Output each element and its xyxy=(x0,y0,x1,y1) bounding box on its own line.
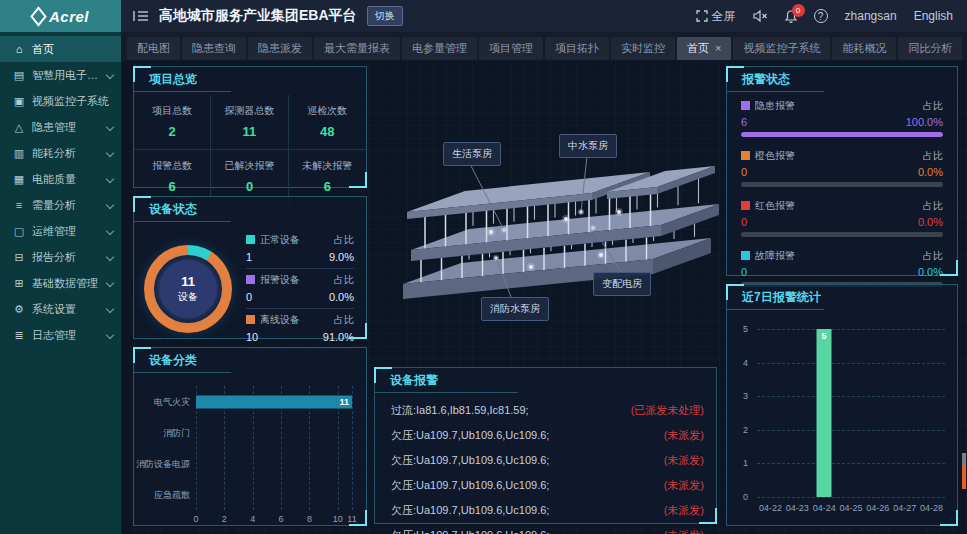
sidebar-item-label: 智慧用电子系统 xyxy=(32,68,103,83)
alarm-type-label: 红色报警 xyxy=(741,199,795,213)
alarm-type-label: 橙色报警 xyxy=(741,149,795,163)
panel-title: 设备状态 xyxy=(134,197,366,221)
alarm-type-ratio: 0.0% xyxy=(918,166,943,178)
sidebar-item-2[interactable]: ▣视频监控子系统 xyxy=(0,88,121,114)
room-label-fire-water-pump[interactable]: 消防水泵房 xyxy=(481,297,549,321)
x-tick: 04-28 xyxy=(920,503,943,513)
mute-button[interactable] xyxy=(753,10,768,22)
sidebar-item-6[interactable]: ≡需量分析 xyxy=(0,192,121,218)
device-alarm-list: 过流:Ia81.6,Ib81.59,Ic81.59;(已派发未处理)欠压:Ua1… xyxy=(375,392,716,534)
legend-count: 1 xyxy=(246,251,252,263)
room-label-reclaimed-water-pump[interactable]: 中水泵房 xyxy=(559,134,617,158)
tab-7[interactable]: 实时监控 xyxy=(611,37,675,60)
bar-slot-3 xyxy=(838,329,865,497)
x-tick: 04-26 xyxy=(866,503,889,513)
settings-icon: ⚙ xyxy=(12,303,26,316)
sidebar-item-0[interactable]: ⌂首页 xyxy=(0,36,121,62)
chevron-down-icon xyxy=(106,149,114,157)
sidebar-item-label: 基础数据管理 xyxy=(32,276,103,291)
progress-track xyxy=(741,232,943,237)
gridline xyxy=(352,386,353,510)
scrollbar-thumb[interactable] xyxy=(962,466,966,489)
tab-10[interactable]: 能耗概况 xyxy=(832,37,896,60)
legend-ratio: 9.0% xyxy=(329,251,354,263)
alarm-row-1[interactable]: 欠压:Ua109.7,Ub109.6,Uc109.6;(未派发) xyxy=(375,423,716,448)
tab-9[interactable]: 视频监控子系统 xyxy=(733,37,830,60)
alarm-status: (已派发未处理) xyxy=(631,403,704,418)
legend-swatch xyxy=(246,235,255,244)
tab-1[interactable]: 隐患查询 xyxy=(182,37,246,60)
page-scrollbar[interactable] xyxy=(962,453,966,489)
legend-label: 报警设备 xyxy=(246,273,300,287)
alarm-text: 欠压:Ua109.7,Ub109.6,Uc109.6; xyxy=(391,503,549,518)
ratio-label: 占比 xyxy=(923,199,943,213)
tab-label: 实时监控 xyxy=(621,42,665,54)
sidebar-item-4[interactable]: ▥能耗分析 xyxy=(0,140,121,166)
ratio-label: 占比 xyxy=(334,273,354,287)
y-tick: 0 xyxy=(743,492,748,502)
alarm-row-5[interactable]: 欠压:Ua109.7,Ub109.6,Uc109.6;(未派发) xyxy=(375,523,716,534)
alarm-status: (未派发) xyxy=(664,428,704,443)
help-button[interactable]: ? xyxy=(814,9,828,23)
switch-project-button[interactable]: 切换 xyxy=(367,6,403,26)
category-row-1: 消防门 xyxy=(196,417,352,448)
tab-label: 隐患派发 xyxy=(258,42,302,54)
fullscreen-icon xyxy=(696,10,708,22)
gridline xyxy=(757,497,945,498)
tab-5[interactable]: 项目管理 xyxy=(479,37,543,60)
room-label-life-pump[interactable]: 生活泵房 xyxy=(443,142,501,166)
sidebar-item-9[interactable]: ⊞基础数据管理 xyxy=(0,270,121,296)
sidebar-item-5[interactable]: ▦电能质量 xyxy=(0,166,121,192)
panel-project-overview: 项目总览 项目总数2探测器总数11巡检次数48报警总数6已解决报警0未解决报警6 xyxy=(133,66,367,188)
bar-slot-5 xyxy=(891,329,918,497)
username[interactable]: zhangsan xyxy=(845,9,897,23)
alarm-text: 欠压:Ua109.7,Ub109.6,Uc109.6; xyxy=(391,453,549,468)
tab-8[interactable]: 首页× xyxy=(677,37,731,60)
tab-4[interactable]: 电参量管理 xyxy=(402,37,477,60)
alarm-row-2[interactable]: 欠压:Ua109.7,Ub109.6,Uc109.6;(未派发) xyxy=(375,448,716,473)
fullscreen-button[interactable]: 全屏 xyxy=(696,8,736,25)
alarm-row-0[interactable]: 过流:Ia81.6,Ib81.59,Ic81.59;(已派发未处理) xyxy=(375,398,716,423)
sidebar-item-3[interactable]: △隐患管理 xyxy=(0,114,121,140)
report-icon: ⊟ xyxy=(12,251,26,264)
tab-3[interactable]: 最大需量报表 xyxy=(314,37,400,60)
device-count: 11 xyxy=(181,274,195,289)
sidebar-item-7[interactable]: ▢运维管理 xyxy=(0,218,121,244)
tab-2[interactable]: 隐患派发 xyxy=(248,37,312,60)
alarm-row-3[interactable]: 欠压:Ua109.7,Ub109.6,Uc109.6;(未派发) xyxy=(375,473,716,498)
weekly-alarm-x-axis: 04-2204-2304-2404-2504-2604-2704-28 xyxy=(757,503,945,515)
chevron-down-icon xyxy=(106,123,114,131)
sidebar-item-label: 运维管理 xyxy=(32,224,103,239)
energy-icon: ▥ xyxy=(12,147,26,160)
notifications-button[interactable]: 0 xyxy=(785,10,797,23)
sidebar-item-8[interactable]: ⊟报告分析 xyxy=(0,244,121,270)
tab-6[interactable]: 项目拓扑 xyxy=(545,37,609,60)
alarm-text: 欠压:Ua109.7,Ub109.6,Uc109.6; xyxy=(391,428,549,443)
chevron-down-icon xyxy=(106,201,114,209)
y-tick: 1 xyxy=(743,458,748,468)
tab-label: 最大需量报表 xyxy=(324,42,390,54)
alarm-type-count: 0 xyxy=(741,266,747,278)
room-label-substation[interactable]: 变配电房 xyxy=(593,272,651,296)
x-tick: 10 xyxy=(333,514,343,524)
building-3d-view[interactable]: 生活泵房 中水泵房 消防水泵房 变配电房 xyxy=(371,62,723,364)
tab-close-icon[interactable]: × xyxy=(715,42,721,54)
alarm-text: 欠压:Ua109.7,Ub109.6,Uc109.6; xyxy=(391,478,549,493)
tab-0[interactable]: 配电图 xyxy=(127,37,180,60)
alarm-status-list: 隐患报警占比6100.0%橙色报警占比00.0%红色报警占比00.0%故障报警占… xyxy=(727,91,957,287)
sidebar-collapse-icon[interactable] xyxy=(133,10,149,22)
x-tick: 04-25 xyxy=(839,503,862,513)
tab-11[interactable]: 同比分析 xyxy=(898,37,962,60)
sidebar-item-10[interactable]: ⚙系统设置 xyxy=(0,296,121,322)
sidebar-item-1[interactable]: ▤智慧用电子系统 xyxy=(0,62,121,88)
panel-title: 报警状态 xyxy=(727,67,957,91)
sidebar-item-11[interactable]: ≣日志管理 xyxy=(0,322,121,348)
page-title: 高地城市服务产业集团EBA平台 xyxy=(159,7,357,25)
language-switch[interactable]: English xyxy=(914,9,953,23)
alarm-row-4[interactable]: 欠压:Ua109.7,Ub109.6,Uc109.6;(未派发) xyxy=(375,498,716,523)
stat-value: 6 xyxy=(134,179,210,194)
sidebar-item-label: 首页 xyxy=(32,42,113,57)
scrollbar-track xyxy=(962,453,966,466)
video-monitor-icon: ▣ xyxy=(12,95,26,108)
legend-count: 0 xyxy=(246,291,252,303)
